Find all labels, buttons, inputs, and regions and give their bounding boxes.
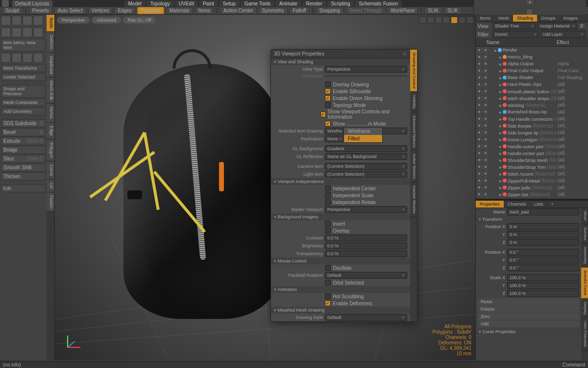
workspace-tab-setup[interactable]: Setup [219, 0, 240, 7]
props-close-icon[interactable] [402, 51, 407, 56]
dstyle-dropdown[interactable]: Default [325, 314, 407, 321]
props-tab-drawing-and-control[interactable]: Drawing and Control [410, 50, 417, 92]
sphere-icon[interactable] [12, 16, 22, 26]
pos-x[interactable]: 0 m [507, 223, 579, 230]
tree-row[interactable]: ▸Hard Plastic clips(all) [476, 81, 588, 88]
visibility-icon[interactable] [477, 178, 482, 184]
glref-dropdown[interactable]: Same as GL Background [325, 153, 407, 160]
tree-row[interactable]: ▸Burnished Brass.lxp(all) [476, 108, 588, 115]
render-icon[interactable] [483, 103, 489, 108]
prop-tab-+[interactable]: + [547, 201, 558, 208]
sec-mouse[interactable]: Mouse Control [271, 258, 410, 264]
assign-material-dropdown[interactable]: Assign Material [537, 23, 577, 29]
axis-gizmo-icon[interactable] [64, 332, 83, 351]
render-icon[interactable] [483, 68, 489, 74]
propside-tab-mesh[interactable]: Mesh [581, 208, 588, 224]
workspace-tab-game-tools[interactable]: Game Tools [241, 0, 274, 7]
tree-row[interactable]: ▸Top Handle connectors (Material)(all) [476, 115, 588, 122]
sec-morph[interactable]: Morphed Mesh Drawing [271, 307, 410, 314]
left-tab-uv[interactable]: UV [47, 180, 54, 192]
visibility-icon[interactable] [477, 109, 482, 115]
vp-tab-perspective[interactable]: Perspective [57, 17, 90, 24]
visibility-icon[interactable] [477, 54, 482, 60]
render-icon[interactable] [483, 164, 489, 170]
render-icon[interactable] [483, 75, 489, 80]
propside-tab-display[interactable]: Display [581, 299, 588, 318]
hot-checkbox[interactable] [325, 293, 331, 299]
left-tab-curve[interactable]: Curve [47, 161, 54, 180]
cmd-slice[interactable]: SliceShift+C [1, 155, 46, 163]
visibility-icon[interactable] [477, 82, 482, 87]
workspace-tab-animate[interactable]: Animate [275, 0, 301, 7]
edges-button[interactable]: Edges [114, 7, 135, 14]
scale-icon[interactable] [23, 53, 32, 63]
snaps-precision[interactable]: Snaps and Precision [1, 85, 46, 98]
left-tab-fusion[interactable]: Fusion [47, 192, 54, 212]
transp-field[interactable]: 0.0 % [325, 250, 407, 257]
center-selected[interactable]: Center Selected [1, 73, 46, 81]
workspace-tab-schematic-fusion[interactable]: Schematic Fusion [355, 0, 401, 7]
tree-row[interactable]: ▸Dome Lumigon (Material)(all) [476, 136, 588, 143]
tree-row[interactable]: ▸Handle-center part (Material)(all) [476, 150, 588, 157]
indr-checkbox[interactable] [325, 199, 331, 205]
filter-dropdown[interactable]: (none) [492, 31, 539, 38]
workspace-tab-scripting[interactable]: Scripting [327, 0, 354, 7]
render-icon[interactable] [483, 178, 489, 184]
left-tab-duplicate[interactable]: Duplicate [47, 53, 54, 78]
transform-freeze-button[interactable]: Freeze [478, 306, 579, 313]
transform-zero-button[interactable]: Zero [478, 313, 579, 320]
visibility-icon[interactable] [477, 144, 482, 149]
more-transforms[interactable]: More Transforms [1, 64, 46, 72]
move-icon[interactable] [1, 53, 11, 63]
visibility-icon[interactable] [477, 137, 482, 142]
tree-row[interactable]: ▸Side bungee tip (Material)(all) [476, 129, 588, 136]
render-icon[interactable] [483, 137, 489, 142]
layouts-dropdown[interactable]: Default Layouts [12, 0, 53, 7]
osc-checkbox[interactable] [325, 265, 331, 271]
cmd-bridge[interactable]: Bridge [1, 146, 46, 154]
tree-row[interactable]: ▸ShoulderStrap Trim (Material)(all) [476, 163, 588, 170]
right-tab-mesh[interactable]: Mesh [494, 15, 513, 22]
tree-row[interactable]: ▸stitching (Material)(all) [476, 102, 588, 108]
visibility-icon[interactable] [477, 96, 482, 101]
cmd-bevel[interactable]: BevelB [1, 128, 46, 136]
cube-icon[interactable] [1, 16, 11, 26]
vp-tab-advanced[interactable]: Advanced [92, 17, 121, 24]
props-tab-visibility[interactable]: Visibility [410, 92, 417, 112]
vp-shade-icon[interactable] [427, 17, 434, 24]
view-dropdown[interactable]: Shader Tree [492, 23, 536, 29]
plane-icon[interactable] [33, 16, 43, 26]
sec-independence[interactable]: Viewport Independence [271, 178, 410, 185]
workspace-tab-model[interactable]: Model [124, 0, 146, 7]
defm-checkbox[interactable] [325, 300, 331, 306]
add-geometry[interactable]: Add Geometry [1, 107, 46, 115]
master-dropdown[interactable]: Perspective [325, 206, 407, 213]
tree-row[interactable]: ▸Stitch Accent (Material)(all) [476, 170, 588, 177]
invert-checkbox[interactable] [325, 221, 331, 227]
addlayer-dropdown[interactable]: Add Layer [540, 31, 586, 38]
left-tab-vertex[interactable]: Vertex [47, 104, 54, 123]
transform-add-button[interactable]: Add [478, 320, 579, 327]
silhouette-checkbox[interactable] [325, 88, 331, 94]
selitem-opt-wireframe[interactable]: Wireframe [344, 128, 382, 135]
render-icon[interactable] [483, 123, 489, 129]
track-dropdown[interactable]: Default [325, 272, 407, 279]
tree-row[interactable]: ▸Render [476, 47, 588, 53]
sec-bg[interactable]: Background Imagery [271, 213, 410, 220]
pos-z[interactable]: 0 m [507, 239, 579, 246]
propside-tab-assembly[interactable]: Assembly [581, 244, 588, 267]
rot-x[interactable]: 0.0 ° [507, 249, 579, 256]
glbg-dropdown[interactable]: Gradient [325, 145, 407, 152]
sec-view-shading[interactable]: View and Shading [271, 58, 410, 65]
orbit-checkbox[interactable] [325, 280, 331, 286]
transform-reset-button[interactable]: Reset [478, 298, 579, 305]
tree-row[interactable]: ▸Final Color OutputFinal Color [476, 67, 588, 74]
rotate-icon[interactable] [12, 53, 22, 63]
visibility-icon[interactable] [477, 89, 482, 94]
render-icon[interactable] [483, 109, 489, 115]
vp-wireframe-icon[interactable] [419, 17, 426, 24]
workspace-tab-render[interactable]: Render [302, 0, 326, 7]
visibility-icon[interactable] [477, 171, 482, 177]
transform-icon[interactable] [33, 53, 43, 63]
visibility-icon[interactable] [477, 75, 482, 80]
